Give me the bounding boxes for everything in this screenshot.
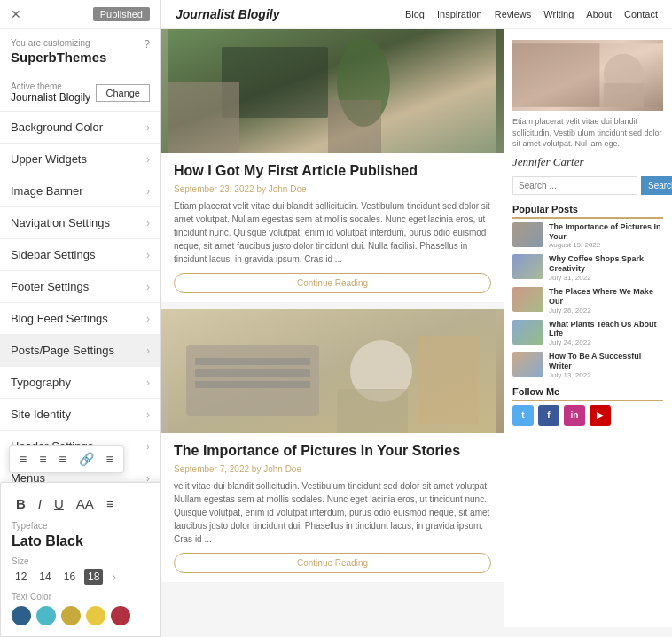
nav-writing[interactable]: Writing [543,9,574,19]
size-label: Size [12,556,161,566]
blog-preview: Journalist Blogily Blog Inspiration Revi… [161,0,672,637]
customizing-label: You are customizing [11,38,106,48]
menu-item-posts-page[interactable]: Posts/Page Settings › [0,335,160,367]
size-14-button[interactable]: 14 [35,569,54,585]
article-title-2: The Importance of Pictures In Your Stori… [174,442,491,461]
menu-item-site-identity[interactable]: Site Identity › [0,399,160,431]
continue-reading-1[interactable]: Continue Reading [174,273,491,293]
color-swatch-cyan[interactable] [36,606,56,625]
menu-item-sidebar[interactable]: Sidebar Settings › [0,239,160,271]
popular-thumb-2 [512,254,543,279]
menu-item-footer[interactable]: Footer Settings › [0,271,160,303]
nav-inspiration[interactable]: Inspiration [437,9,482,19]
chevron-right-icon: › [146,249,150,261]
article-title-1: How I Got My First Article Published [174,162,491,181]
size-12-button[interactable]: 12 [12,569,30,585]
color-row [12,606,161,625]
size-16-button[interactable]: 16 [60,569,79,585]
twitter-icon[interactable]: t [512,405,534,426]
popular-post-date-2: July 31, 2022 [549,274,663,282]
popular-post-2: Why Coffee Shops Spark Creativity July 3… [512,254,663,282]
popular-thumb-3 [512,287,543,312]
customizing-section: You are customizing SuperbThemes ? [0,29,160,74]
color-swatch-gold[interactable] [61,606,81,625]
typeface-label: Typeface [12,521,161,531]
popular-post-date-4: July 24, 2022 [549,338,663,346]
align-center-button[interactable]: ≡ [35,449,51,469]
underline-button[interactable]: U [50,493,68,514]
floating-toolbar: ≡ ≡ ≡ 🔗 ≡ [9,445,124,473]
nav-contact[interactable]: Contact [624,9,658,19]
author-quote: Etiam placerat velit vitae dui blandit s… [512,116,663,150]
article-body-2: The Importance of Pictures In Your Stori… [161,433,504,582]
color-swatch-yellow[interactable] [86,606,105,625]
size-next-button[interactable]: › [112,570,116,584]
change-theme-button[interactable]: Change [96,84,150,102]
nav-blog[interactable]: Blog [405,9,425,19]
article-image-2 [161,309,504,433]
popular-post-title-2: Why Coffee Shops Spark Creativity [549,254,663,274]
popular-post-title-4: What Plants Teach Us About Life [549,320,663,339]
search-button[interactable]: Search [641,176,672,195]
facebook-icon[interactable]: f [538,405,559,426]
typeface-value: Lato Black [12,533,161,549]
article-meta-2: September 7, 2022 by John Doe [174,464,491,474]
text-color-section: Text Color [12,592,161,625]
youtube-icon[interactable]: ▶ [590,405,611,426]
more-options-button[interactable]: ≡ [102,493,119,514]
list-button[interactable]: ≡ [102,449,118,469]
svg-rect-8 [195,369,310,377]
article-card-2: The Importance of Pictures In Your Stori… [161,309,504,582]
blog-content: How I Got My First Article Published Sep… [161,29,672,627]
size-18-button[interactable]: 18 [84,569,103,585]
format-row: B I U AA ≡ [12,493,161,514]
svg-rect-6 [186,345,319,416]
author-signature: Jennifer Carter [512,155,663,169]
svg-rect-4 [328,100,381,153]
italic-button[interactable]: I [34,493,46,514]
nav-about[interactable]: About [586,9,612,19]
menu-item-upper-widgets[interactable]: Upper Widgets › [0,144,160,175]
typography-popup: B I U AA ≡ Typeface Lato Black Size 12 1… [0,482,161,637]
social-icons: t f in ▶ [512,405,663,426]
menu-item-image-banner[interactable]: Image Banner › [0,175,160,207]
link-button[interactable]: 🔗 [74,449,98,469]
menu-item-bg-color[interactable]: Background Color › [0,112,160,144]
menu-item-navigation[interactable]: Navigation Settings › [0,207,160,239]
bold-button[interactable]: B [12,493,30,514]
popular-post-5: How To Be A Successful Writer July 13, 2… [512,352,663,379]
text-color-label: Text Color [12,592,161,602]
popular-post-4: What Plants Teach Us About Life July 24,… [512,320,663,347]
svg-rect-12 [337,389,408,433]
font-size-button[interactable]: AA [72,493,98,514]
close-button[interactable]: ✕ [11,7,21,21]
active-theme-name: Journalist Blogily [11,91,90,104]
main-column: How I Got My First Article Published Sep… [161,29,504,627]
align-right-button[interactable]: ≡ [54,449,70,469]
instagram-icon[interactable]: in [564,405,585,426]
search-row: Search [512,176,663,195]
chevron-right-icon: › [146,121,150,134]
article-image-1 [161,29,504,153]
chevron-right-icon: › [146,408,150,421]
chevron-right-icon: › [146,281,150,293]
menu-item-blog-feed[interactable]: Blog Feed Settings › [0,303,160,335]
color-swatch-blue[interactable] [12,606,31,625]
svg-rect-16 [512,43,599,107]
svg-rect-7 [195,358,310,365]
menu-item-typography[interactable]: Typography › [0,367,160,399]
align-left-button[interactable]: ≡ [15,449,31,469]
popular-post-3: The Places Where We Make Our July 26, 20… [512,287,663,315]
nav-reviews[interactable]: Reviews [495,9,532,19]
chevron-right-icon: › [146,313,150,325]
color-swatch-red[interactable] [111,606,130,625]
info-icon[interactable]: ? [144,38,150,50]
search-input[interactable] [512,176,637,195]
customizer-panel: ✕ Published You are customizing SuperbTh… [0,0,161,637]
continue-reading-2[interactable]: Continue Reading [174,553,491,573]
typeface-section: Typeface Lato Black [12,521,161,549]
popular-post-date-3: July 26, 2022 [549,307,663,315]
svg-rect-15 [604,83,644,107]
active-theme-row: Active theme Journalist Blogily Change [0,74,160,112]
chevron-right-icon: › [146,153,150,166]
